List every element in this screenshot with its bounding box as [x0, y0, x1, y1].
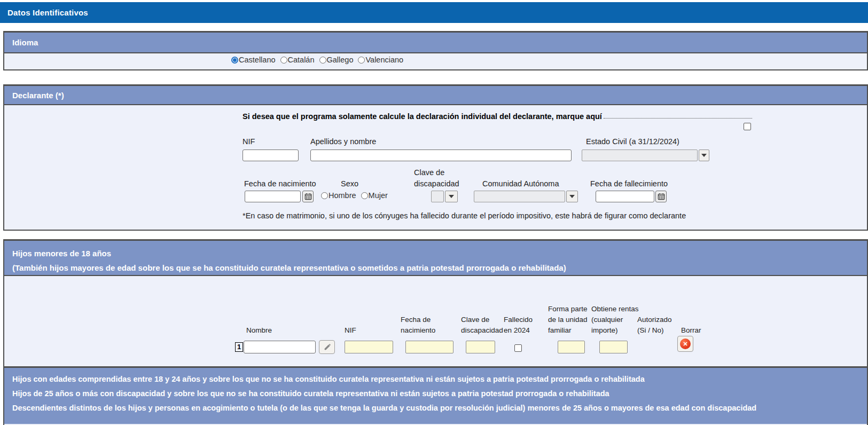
radio-castellano-label: Castellano: [239, 56, 276, 64]
section-hijos-body: Nombre NIF Fecha de nacimiento Clave de …: [4, 276, 867, 365]
col-header-unidad-familiar: Forma parte de la unidad familiar: [548, 304, 588, 336]
section-otros-descendientes: Hijos con edades comprendidas entre 18 y…: [3, 366, 868, 425]
section-otros-header: Hijos con edades comprendidas entre 18 y…: [4, 368, 867, 424]
col-header-obtiene-rentas: Obtiene rentas (cualquier importe): [591, 304, 639, 336]
fecha-nacimiento-input[interactable]: [245, 191, 301, 202]
radio-castellano[interactable]: Castellano: [231, 56, 276, 64]
fecha-fallecimiento-calendar-button[interactable]: [655, 191, 667, 202]
col-header-nombre: Nombre: [246, 325, 272, 336]
section-declarante-title: Declarante (*): [12, 91, 64, 100]
calendar-icon: [658, 193, 665, 200]
col-header-fallecido: Fallecido en 2024: [504, 314, 533, 336]
delete-row-button[interactable]: ✕: [677, 336, 693, 352]
clave-discapacidad-combo: [431, 191, 458, 202]
calendar-icon: [304, 193, 312, 200]
hijo-clave-discapacidad-input[interactable]: [466, 341, 495, 353]
section-hijos-menores: Hijos menores de 18 años (También hijos …: [3, 239, 868, 367]
radio-hombre[interactable]: Hombre: [321, 191, 356, 200]
row-number: 1: [235, 342, 243, 352]
pencil-icon: [323, 343, 331, 351]
comunidad-combo: [474, 191, 578, 202]
radio-circle-icon[interactable]: [280, 57, 287, 64]
otros-line-2: Hijos de 25 años o más con discapacidad …: [12, 387, 867, 401]
fecha-nacimiento-label: Fecha de nacimiento: [244, 178, 316, 190]
chevron-down-icon: [701, 154, 707, 157]
section-declarante-header: Declarante (*): [4, 86, 867, 105]
estado-civil-label: Estado Civil (a 31/12/2024): [586, 136, 679, 147]
radio-valenciano[interactable]: Valenciano: [358, 56, 403, 64]
individual-declaration-checkbox[interactable]: [744, 123, 751, 130]
radio-hombre-label: Hombre: [329, 191, 356, 200]
page-title: Datos Identificativos: [7, 8, 88, 17]
radio-gallego[interactable]: Gallego: [319, 56, 354, 64]
col-header-nif: NIF: [345, 325, 356, 336]
section-hijos-title: Hijos menores de 18 años: [12, 246, 867, 261]
apellidos-label: Apellidos y nombre: [310, 136, 376, 147]
idioma-radio-group: Castellano Catalán Gallego Valenciano: [231, 56, 408, 64]
section-declarante: Declarante (*) Si desea que el programa …: [3, 84, 868, 231]
radio-circle-icon[interactable]: [319, 57, 326, 64]
section-hijos-subtitle: (También hijos mayores de edad sobre los…: [12, 261, 867, 275]
radio-circle-icon[interactable]: [361, 192, 368, 199]
col-header-clave-discapacidad: Clave de discapacidad: [461, 314, 503, 336]
radio-gallego-label: Gallego: [327, 56, 354, 64]
edit-nombre-button[interactable]: [319, 340, 335, 354]
hijo-unidad-familiar-input[interactable]: [558, 341, 585, 353]
nif-label: NIF: [243, 136, 255, 147]
estado-civil-field[interactable]: [582, 149, 698, 161]
fecha-fallecimiento-label: Fecha de fallecimiento: [590, 178, 668, 190]
section-hijos-header: Hijos menores de 18 años (También hijos …: [4, 241, 867, 276]
radio-catalan[interactable]: Catalán: [280, 56, 315, 64]
section-idioma-title: Idioma: [12, 38, 38, 47]
fecha-fallecimiento-input[interactable]: [596, 191, 654, 202]
hijo-fallecido-checkbox[interactable]: [514, 344, 522, 352]
col-header-borrar: Borrar: [681, 325, 701, 336]
clave-discapacidad-dropdown-button[interactable]: [445, 191, 458, 202]
radio-catalan-label: Catalán: [288, 56, 315, 64]
hijo-nombre-input[interactable]: [244, 341, 316, 353]
estado-civil-dropdown-button[interactable]: [699, 149, 709, 161]
nif-input[interactable]: [243, 149, 299, 161]
individual-declaration-note: Si desea que el programa solamente calcu…: [243, 112, 602, 121]
matrimonio-footnote: *En caso de matrimonio, si uno de los có…: [243, 211, 686, 220]
hijo-fecha-nacimiento-input[interactable]: [405, 341, 453, 353]
radio-circle-icon[interactable]: [231, 57, 238, 64]
delete-icon: ✕: [680, 339, 691, 349]
comunidad-field[interactable]: [474, 191, 565, 202]
hijo-obtiene-rentas-input[interactable]: [599, 341, 628, 353]
hijo-nif-input[interactable]: [345, 341, 393, 353]
col-header-fecha-nacimiento: Fecha de nacimiento: [401, 314, 435, 336]
col-header-autorizado: Autorizado (Si / No): [637, 314, 672, 336]
sexo-label: Sexo: [341, 178, 358, 190]
comunidad-dropdown-button[interactable]: [566, 191, 578, 202]
clave-discapacidad-label: Clave de discapacidad: [414, 167, 459, 190]
clave-discapacidad-field[interactable]: [431, 191, 444, 202]
radio-valenciano-label: Valenciano: [365, 56, 403, 64]
section-idioma-header: Idioma: [4, 33, 867, 53]
dotted-leader: [604, 117, 752, 119]
radio-mujer-label: Mujer: [369, 191, 388, 200]
section-declarante-body: Si desea que el programa solamente calcu…: [4, 105, 867, 229]
fecha-nacimiento-calendar-button[interactable]: [302, 191, 314, 202]
chevron-down-icon: [569, 195, 575, 198]
estado-civil-combo: [582, 149, 709, 161]
radio-circle-icon[interactable]: [358, 57, 365, 64]
radio-circle-icon[interactable]: [321, 192, 328, 199]
otros-line-1: Hijos con edades comprendidas entre 18 y…: [12, 372, 867, 387]
individual-declaration-note-row: Si desea que el programa solamente calcu…: [243, 112, 752, 121]
apellidos-input[interactable]: [310, 149, 572, 161]
chevron-down-icon: [449, 195, 454, 198]
otros-line-3: Descendientes distintos de los hijos y p…: [12, 401, 867, 415]
section-idioma: Idioma Castellano Catalán Gallego Va: [3, 31, 868, 70]
section-idioma-body: Castellano Catalán Gallego Valenciano: [4, 53, 867, 68]
page-title-bar: Datos Identificativos: [0, 2, 868, 23]
comunidad-label: Comunidad Autónoma: [482, 178, 559, 190]
datos-identificativos-page: Datos Identificativos Idioma Castellano …: [0, 0, 868, 425]
sexo-radio-group: Hombre Mujer: [321, 191, 393, 200]
radio-mujer[interactable]: Mujer: [361, 191, 388, 200]
